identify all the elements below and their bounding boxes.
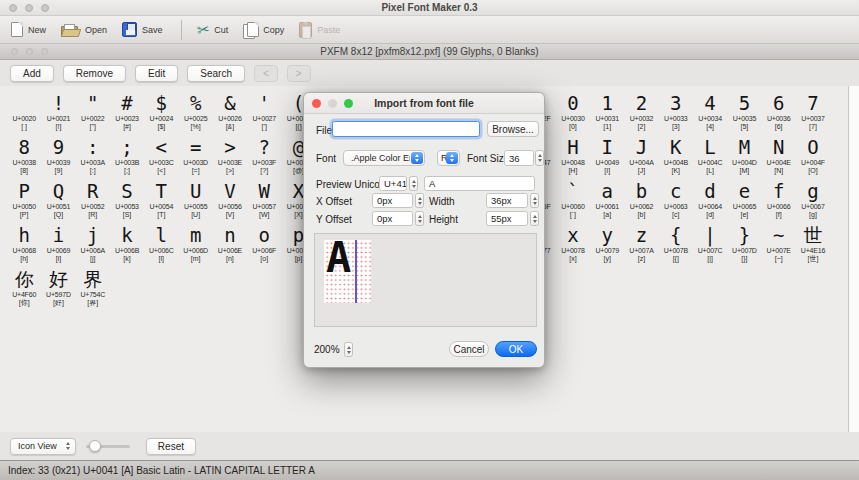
glyph-cell[interactable]: 7U+0037[7]	[796, 90, 830, 134]
glyph-cell[interactable]: bU+0062[b]	[624, 178, 658, 222]
glyph-cell[interactable]: }U+007D[}]	[727, 222, 761, 266]
glyph-cell[interactable]: hU+0068[h]	[7, 222, 41, 266]
glyph-cell[interactable]: OU+004F[O]	[796, 134, 830, 178]
glyph-cell[interactable]: SU+0053[S]	[110, 178, 144, 222]
glyph-cell[interactable]: lU+006C[l]	[144, 222, 178, 266]
glyph-cell[interactable]: 4U+0034[4]	[693, 90, 727, 134]
glyph-cell[interactable]: `U+0060[`]	[556, 178, 590, 222]
glyph-cell[interactable]: 9U+0039[9]	[41, 134, 75, 178]
font-family-select[interactable]: .Apple Color Emoji	[343, 150, 425, 166]
glyph-cell[interactable]: %U+0025[%]	[178, 90, 212, 134]
glyph-cell[interactable]: &U+0026[&]	[213, 90, 247, 134]
glyph-cell[interactable]: TU+0054[T]	[144, 178, 178, 222]
glyph-cell[interactable]: fU+0066[f]	[762, 178, 796, 222]
scrollbar-track[interactable]	[848, 86, 859, 432]
glyph-cell[interactable]: VU+0056[V]	[213, 178, 247, 222]
glyph-cell[interactable]: NU+004E[N]	[762, 134, 796, 178]
edit-button[interactable]: Edit	[135, 65, 178, 82]
glyph-cell[interactable]: 世U+4E16[世]	[796, 222, 830, 266]
browse-button[interactable]: Browse...	[487, 121, 539, 137]
glyph-cell[interactable]: KU+004B[K]	[659, 134, 693, 178]
glyph-cell[interactable]: RU+0052[R]	[76, 178, 110, 222]
glyph-cell[interactable]: 你U+4F60[你]	[7, 266, 41, 310]
y-offset-input[interactable]: 0px	[372, 211, 413, 226]
open-button[interactable]: Open	[56, 18, 115, 42]
glyph-cell[interactable]: 5U+0035[5]	[727, 90, 761, 134]
height-input[interactable]: 55px	[486, 211, 528, 226]
width-stepper[interactable]	[530, 193, 539, 208]
glyph-cell[interactable]: aU+0061[a]	[590, 178, 624, 222]
glyph-cell[interactable]: IU+0049[I]	[590, 134, 624, 178]
glyph-cell[interactable]: 0U+0030[0]	[556, 90, 590, 134]
x-offset-stepper[interactable]	[415, 193, 424, 208]
close-icon[interactable]	[9, 4, 17, 12]
glyph-cell[interactable]: UU+0055[U]	[178, 178, 212, 222]
glyph-cell[interactable]: dU+0064[d]	[693, 178, 727, 222]
doc-close-icon[interactable]	[11, 48, 18, 55]
glyph-cell[interactable]: 8U+0038[8]	[7, 134, 41, 178]
dialog-close-icon[interactable]	[312, 99, 321, 108]
glyph-cell[interactable]: jU+006A[j]	[76, 222, 110, 266]
preview-unicode-stepper[interactable]	[409, 176, 418, 191]
glyph-cell[interactable]: MU+004D[M]	[727, 134, 761, 178]
glyph-cell[interactable]: ;U+003B[;]	[110, 134, 144, 178]
preview-char-input[interactable]: A	[424, 176, 535, 191]
view-mode-select[interactable]: Icon View	[10, 438, 76, 455]
glyph-cell[interactable]: 6U+0036[6]	[762, 90, 796, 134]
file-input[interactable]	[332, 121, 480, 137]
glyph-cell[interactable]: zU+007A[z]	[624, 222, 658, 266]
glyph-cell[interactable]: yU+0079[y]	[590, 222, 624, 266]
glyph-cell[interactable]: <U+003C[<]	[144, 134, 178, 178]
glyph-cell[interactable]: mU+006D[m]	[178, 222, 212, 266]
save-button[interactable]: Save	[117, 18, 171, 42]
glyph-cell[interactable]: ?U+003F[?]	[247, 134, 281, 178]
y-offset-stepper[interactable]	[415, 211, 424, 226]
glyph-cell[interactable]: $U+0024[$]	[144, 90, 178, 134]
glyph-cell[interactable]: =U+003D[=]	[178, 134, 212, 178]
glyph-cell[interactable]: :U+003A[:]	[76, 134, 110, 178]
glyph-cell[interactable]: iU+0069[i]	[41, 222, 75, 266]
glyph-cell[interactable]: ~U+007E[~]	[762, 222, 796, 266]
glyph-cell[interactable]: !U+0021[!]	[41, 90, 75, 134]
glyph-cell[interactable]: U+0020[ ]	[7, 90, 41, 134]
glyph-cell[interactable]: eU+0065[e]	[727, 178, 761, 222]
x-offset-input[interactable]: 0px	[372, 193, 413, 208]
slider-knob[interactable]	[89, 440, 101, 452]
doc-zoom-icon[interactable]	[41, 48, 48, 55]
glyph-cell[interactable]: 3U+0033[3]	[659, 90, 693, 134]
font-size-stepper[interactable]	[535, 150, 544, 166]
minimize-icon[interactable]	[25, 4, 33, 12]
glyph-cell[interactable]: kU+006B[k]	[110, 222, 144, 266]
glyph-cell[interactable]: oU+006F[o]	[247, 222, 281, 266]
glyph-cell[interactable]: {U+007B[{]	[659, 222, 693, 266]
glyph-cell[interactable]: JU+004A[J]	[624, 134, 658, 178]
remove-button[interactable]: Remove	[63, 65, 126, 82]
doc-minimize-icon[interactable]	[26, 48, 33, 55]
glyph-cell[interactable]: cU+0063[c]	[659, 178, 693, 222]
glyph-cell[interactable]: PU+0050[P]	[7, 178, 41, 222]
search-button[interactable]: Search	[187, 65, 245, 82]
font-style-select[interactable]: Re	[437, 150, 460, 166]
glyph-cell[interactable]: WU+0057[W]	[247, 178, 281, 222]
height-stepper[interactable]	[530, 211, 539, 226]
glyph-cell[interactable]: 好U+597D[好]	[41, 266, 75, 310]
glyph-cell[interactable]: nU+006E[n]	[213, 222, 247, 266]
preview-zoom-stepper[interactable]	[344, 342, 353, 357]
preview-unicode-input[interactable]: U+41	[379, 176, 407, 191]
glyph-cell[interactable]: >U+003E[>]	[213, 134, 247, 178]
cut-button[interactable]: ✂ Cut	[192, 18, 237, 42]
glyph-cell[interactable]: 2U+0032[2]	[624, 90, 658, 134]
glyph-cell[interactable]: xU+0078[x]	[556, 222, 590, 266]
copy-button[interactable]: Copy	[238, 18, 292, 42]
glyph-cell[interactable]: "U+0022["]	[76, 90, 110, 134]
glyph-cell[interactable]: 1U+0031[1]	[590, 90, 624, 134]
zoom-icon[interactable]	[41, 4, 49, 12]
width-input[interactable]: 36px	[486, 193, 528, 208]
glyph-cell[interactable]: gU+0067[g]	[796, 178, 830, 222]
zoom-slider[interactable]	[86, 439, 130, 453]
glyph-cell[interactable]: |U+007C[|]	[693, 222, 727, 266]
font-size-input[interactable]: 36	[504, 150, 534, 166]
glyph-cell[interactable]: 界U+754C[界]	[76, 266, 110, 310]
glyph-cell[interactable]: 'U+0027[']	[247, 90, 281, 134]
dialog-zoom-icon[interactable]	[344, 99, 353, 108]
